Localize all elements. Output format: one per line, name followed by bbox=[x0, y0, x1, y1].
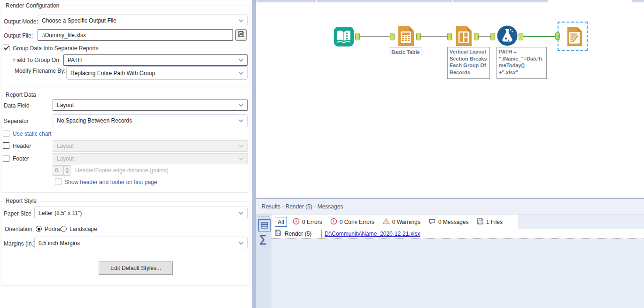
files-filter[interactable]: 1 Files bbox=[477, 218, 503, 226]
basic-table-icon bbox=[395, 26, 416, 46]
message-list-icon bbox=[260, 221, 269, 230]
chevron-down-icon bbox=[238, 17, 244, 24]
warnings-count: 0 Warnings bbox=[392, 219, 420, 225]
formula-icon bbox=[497, 25, 518, 46]
canvas-top-strip bbox=[317, 0, 452, 2]
error-icon bbox=[330, 218, 337, 226]
output-anchor[interactable] bbox=[519, 33, 523, 40]
paper-size-dropdown[interactable]: Letter (8.5" x 11") bbox=[34, 207, 248, 219]
results-header[interactable]: Results - Render (5) - Messages bbox=[256, 199, 644, 215]
filter-all-button[interactable]: All bbox=[275, 217, 287, 227]
chevron-down-icon bbox=[238, 155, 244, 162]
output-anchor[interactable] bbox=[355, 33, 360, 40]
header-checkbox[interactable] bbox=[3, 142, 9, 149]
results-title: Results - Render (5) - Messages bbox=[262, 203, 343, 210]
output-mode-label: Output Mode: bbox=[4, 18, 38, 25]
formula-annotation[interactable]: PATH = ".\Name_"+DateTi meToday() +".xls… bbox=[497, 47, 547, 79]
messages-count: 0 Messages bbox=[438, 219, 469, 225]
group-title: Report Data bbox=[4, 92, 38, 98]
check-icon bbox=[3, 44, 10, 52]
results-gutter: ∑ bbox=[256, 215, 272, 308]
use-static-chart-label: Use static chart bbox=[13, 131, 52, 137]
paper-size-label: Paper Size bbox=[4, 210, 31, 217]
separator-dropdown[interactable]: No Spacing Between Records bbox=[53, 114, 248, 127]
input-anchor[interactable] bbox=[447, 33, 452, 40]
chevron-down-icon bbox=[238, 210, 244, 216]
render-configuration-panel: Render Configuration Report Data Report … bbox=[0, 0, 252, 308]
separator-label: Separator bbox=[4, 118, 29, 124]
text-input-tool[interactable] bbox=[334, 26, 354, 49]
modify-filename-dropdown[interactable]: Replacing Entire Path With Group bbox=[66, 66, 248, 80]
canvas-top-strip bbox=[453, 0, 548, 2]
drag-handle-icon[interactable] bbox=[258, 216, 269, 217]
chevron-down-icon bbox=[238, 143, 244, 149]
field-to-group-dropdown[interactable]: PATH bbox=[63, 54, 248, 66]
output-file-value: .\Dummy_file.xlsx bbox=[42, 32, 86, 38]
files-count: 1 Files bbox=[486, 219, 503, 225]
result-message-row[interactable]: Render (5) D:\Community\Name_2020-12-21.… bbox=[272, 229, 644, 239]
group-title: Report Style bbox=[4, 198, 39, 204]
show-header-footer-checkbox[interactable] bbox=[55, 178, 62, 185]
footer-checkbox[interactable] bbox=[3, 155, 9, 162]
browse-save-button[interactable] bbox=[235, 29, 247, 41]
basic-table-annotation[interactable]: Basic Table bbox=[390, 47, 421, 57]
use-static-chart-checkbox[interactable] bbox=[3, 130, 9, 137]
input-anchor[interactable] bbox=[490, 33, 495, 40]
header-dropdown: Layout bbox=[53, 140, 248, 152]
warnings-filter[interactable]: 0 Warnings bbox=[382, 218, 420, 226]
group-title: Render Configuration bbox=[4, 2, 61, 9]
output-mode-dropdown[interactable]: Choose a Specific Output File bbox=[38, 15, 248, 26]
landscape-label: Landscape bbox=[70, 226, 97, 232]
orientation-label: Orientation bbox=[5, 226, 32, 232]
canvas-top-strip bbox=[632, 0, 644, 2]
chevron-down-icon bbox=[238, 117, 244, 124]
sigma-icon[interactable]: ∑ bbox=[259, 234, 267, 244]
render-tool[interactable] bbox=[564, 26, 584, 49]
data-field-dropdown[interactable]: Layout bbox=[53, 100, 248, 111]
vertical-layout-annotation[interactable]: Vertical Layout Section Breaks Each Grou… bbox=[447, 47, 490, 79]
conv-errors-filter[interactable]: 0 Conv Errors bbox=[330, 218, 374, 226]
text-input-icon bbox=[334, 26, 354, 47]
portrait-radio[interactable] bbox=[36, 226, 42, 232]
landscape-radio[interactable] bbox=[61, 226, 67, 232]
results-panel: Results - Render (5) - Messages ∑ All 0 … bbox=[256, 198, 644, 308]
connection-line bbox=[479, 36, 490, 37]
margins-value: 0.5 inch Margins bbox=[39, 240, 80, 246]
output-anchor[interactable] bbox=[474, 33, 479, 40]
messages-filter[interactable]: 0 Messages bbox=[428, 218, 469, 226]
workflow-canvas[interactable]: Basic Table Vertical Layout Section Brea… bbox=[256, 0, 644, 198]
chevron-down-icon bbox=[238, 240, 244, 246]
edge-distance-stepper: 0 bbox=[53, 165, 70, 176]
connection-line bbox=[360, 36, 390, 37]
result-file-link[interactable]: D:\Community\Name_2020-12-21.xlsx bbox=[325, 231, 420, 237]
modify-filename-value: Replacing Entire Path With Group bbox=[70, 70, 155, 77]
edit-default-styles-button[interactable]: Edit Default Styles... bbox=[99, 262, 173, 275]
files-icon bbox=[477, 218, 484, 226]
vertical-layout-tool[interactable] bbox=[453, 26, 473, 48]
edge-distance-value: 0 bbox=[55, 167, 58, 174]
panel-splitter[interactable] bbox=[252, 0, 256, 308]
chevron-down-icon bbox=[238, 102, 244, 108]
chevron-down-icon bbox=[238, 70, 244, 77]
group-data-checkbox[interactable] bbox=[3, 45, 9, 51]
input-anchor[interactable] bbox=[390, 33, 395, 40]
edge-distance-label: Header/Footer edge distance (points) bbox=[75, 167, 169, 174]
messages-view-button[interactable] bbox=[258, 219, 271, 231]
canvas-top-strip bbox=[256, 0, 316, 2]
vertical-layout-icon bbox=[453, 26, 473, 46]
save-icon bbox=[238, 31, 245, 39]
output-anchor[interactable] bbox=[416, 33, 421, 40]
output-mode-value: Choose a Specific Output File bbox=[42, 17, 116, 24]
basic-table-tool[interactable] bbox=[395, 26, 416, 48]
errors-filter[interactable]: 0 Errors bbox=[293, 218, 322, 226]
output-file-input[interactable]: .\Dummy_file.xlsx bbox=[38, 29, 233, 41]
header-value: Layout bbox=[57, 143, 74, 149]
header-label: Header bbox=[13, 143, 31, 149]
margins-label: Margins (in.) bbox=[4, 240, 35, 247]
formula-tool[interactable] bbox=[497, 25, 518, 48]
chevron-down-icon bbox=[238, 57, 244, 63]
margins-dropdown[interactable]: 0.5 inch Margins bbox=[34, 237, 248, 249]
group-data-label: Group Data Into Separate Reports bbox=[13, 45, 99, 52]
output-file-label: Output File: bbox=[4, 32, 33, 39]
errors-count: 0 Errors bbox=[302, 219, 322, 225]
